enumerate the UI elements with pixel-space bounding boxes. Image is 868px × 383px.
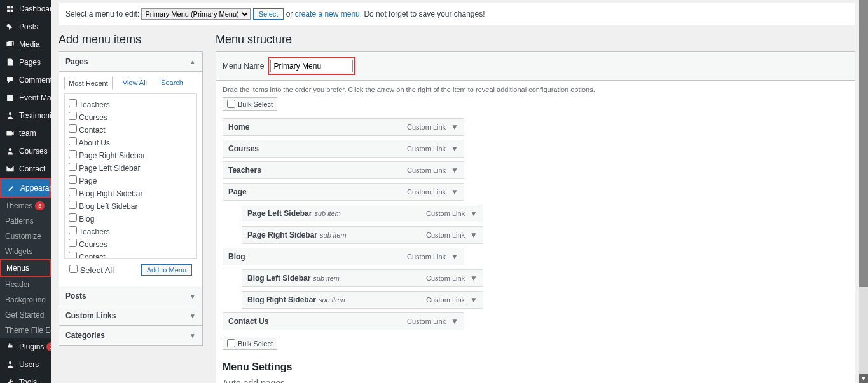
select-all-checkbox[interactable] bbox=[69, 265, 78, 273]
chevron-down-icon[interactable]: ▼ bbox=[470, 274, 478, 283]
page-checkbox[interactable] bbox=[69, 252, 77, 259]
menu-item[interactable]: Blog Right Sidebarsub itemCustom Link▼ bbox=[242, 291, 483, 309]
plug-icon bbox=[5, 342, 15, 352]
chevron-down-icon[interactable]: ▼ bbox=[470, 209, 478, 218]
page-checkbox[interactable] bbox=[69, 124, 77, 133]
create-menu-link[interactable]: create a new menu bbox=[295, 10, 360, 18]
page-checkbox[interactable] bbox=[69, 137, 77, 145]
sidebar-item-get-started[interactable]: Get Started bbox=[0, 307, 51, 323]
custom-links-accordion-head[interactable]: Custom Links▼ bbox=[59, 306, 202, 325]
page-checkbox-item[interactable]: About Us bbox=[69, 136, 193, 149]
menu-item-title: Teachers bbox=[228, 166, 261, 175]
page-checkbox-item[interactable]: Courses bbox=[69, 238, 193, 250]
sidebar-item-plugins[interactable]: Plugins16 bbox=[0, 338, 51, 356]
sidebar-item-widgets[interactable]: Widgets bbox=[0, 244, 51, 259]
page-checkbox[interactable] bbox=[69, 239, 77, 247]
menu-item[interactable]: PageCustom Link▼ bbox=[223, 183, 464, 201]
sidebar-item-courses[interactable]: Courses bbox=[0, 142, 51, 160]
sidebar-item-theme-file-editor[interactable]: Theme File Editor bbox=[0, 323, 51, 338]
menu-item[interactable]: Page Right Sidebarsub itemCustom Link▼ bbox=[242, 226, 483, 244]
menu-item[interactable]: HomeCustom Link▼ bbox=[223, 118, 464, 136]
menu-item-title: Blog Right Sidebar bbox=[247, 295, 316, 304]
page-checkbox[interactable] bbox=[69, 213, 77, 222]
chevron-down-icon[interactable]: ▼ bbox=[470, 295, 478, 304]
scrollbar[interactable]: ▼ bbox=[859, 0, 868, 383]
chevron-down-icon[interactable]: ▼ bbox=[451, 187, 458, 196]
sidebar-item-background[interactable]: Background bbox=[0, 292, 51, 307]
chevron-down-icon[interactable]: ▼ bbox=[451, 166, 458, 175]
sidebar-item-event-manager[interactable]: Event Manager bbox=[0, 89, 51, 107]
add-to-menu-button[interactable]: Add to Menu bbox=[141, 264, 192, 276]
menu-item[interactable]: Blog Left Sidebarsub itemCustom Link▼ bbox=[242, 269, 483, 287]
menu-item-title: Contact Us bbox=[228, 317, 268, 326]
sidebar-item-posts[interactable]: Posts bbox=[0, 18, 51, 36]
menu-item-title: Page Right Sidebar bbox=[247, 231, 317, 239]
page-checkbox[interactable] bbox=[69, 175, 77, 184]
sidebar-item-team[interactable]: team bbox=[0, 124, 51, 142]
select-all-label[interactable]: Select All bbox=[69, 265, 114, 275]
categories-accordion-head[interactable]: Categories▼ bbox=[59, 326, 202, 345]
sidebar-item-menus[interactable]: Menus bbox=[0, 259, 51, 277]
tab-view-all[interactable]: View All bbox=[119, 77, 151, 90]
page-checkbox-item[interactable]: Courses bbox=[69, 111, 193, 123]
sidebar-item-themes[interactable]: Themes5 bbox=[0, 198, 51, 213]
page-checkbox[interactable] bbox=[69, 226, 77, 234]
page-checkbox[interactable] bbox=[69, 99, 77, 107]
label: Posts bbox=[19, 22, 38, 31]
page-checkbox[interactable] bbox=[69, 201, 77, 209]
posts-accordion-head[interactable]: Posts▼ bbox=[59, 286, 202, 306]
chevron-down-icon[interactable]: ▼ bbox=[451, 252, 458, 261]
tab-most-recent[interactable]: Most Recent bbox=[64, 77, 113, 90]
label: Pages bbox=[65, 57, 88, 66]
menu-select[interactable]: Primary Menu (Primary Menu) bbox=[141, 8, 251, 20]
sidebar-item-contact[interactable]: Contact bbox=[0, 160, 51, 178]
chevron-down-icon[interactable]: ▼ bbox=[451, 144, 458, 153]
page-checkbox-item[interactable]: Contact bbox=[69, 123, 193, 136]
sidebar-item-testimonial[interactable]: Testimonial bbox=[0, 107, 51, 124]
menu-item[interactable]: TeachersCustom Link▼ bbox=[223, 161, 464, 179]
sidebar-item-appearance[interactable]: Appearance▸ bbox=[0, 178, 51, 198]
chevron-down-icon[interactable]: ▼ bbox=[451, 317, 458, 326]
tab-search[interactable]: Search bbox=[157, 77, 187, 90]
scroll-down-icon[interactable]: ▼ bbox=[859, 374, 868, 383]
page-checkbox[interactable] bbox=[69, 188, 77, 196]
bulk-select-bottom[interactable]: Bulk Select bbox=[223, 337, 277, 350]
page-checkbox[interactable] bbox=[69, 163, 77, 171]
menu-name-input[interactable] bbox=[270, 60, 353, 72]
page-checkbox-item[interactable]: Page Right Sidebar bbox=[69, 149, 193, 161]
page-checkbox-item[interactable]: Blog bbox=[69, 212, 193, 225]
sidebar-item-comments[interactable]: Comments bbox=[0, 71, 51, 89]
sidebar-item-dashboard[interactable]: Dashboard bbox=[0, 0, 51, 18]
bulk-select-checkbox[interactable] bbox=[227, 339, 235, 347]
sidebar-item-tools[interactable]: Tools bbox=[0, 373, 51, 383]
sidebar-item-users[interactable]: Users bbox=[0, 356, 51, 373]
sidebar-item-header[interactable]: Header bbox=[0, 277, 51, 292]
sidebar-item-media[interactable]: Media bbox=[0, 36, 51, 53]
dashboard-icon bbox=[5, 4, 15, 14]
sidebar-item-pages[interactable]: Pages bbox=[0, 53, 51, 71]
menu-item[interactable]: Contact UsCustom Link▼ bbox=[223, 312, 464, 330]
page-checkbox[interactable] bbox=[69, 112, 77, 120]
page-checkbox-item[interactable]: Blog Right Sidebar bbox=[69, 187, 193, 199]
chevron-down-icon[interactable]: ▼ bbox=[470, 231, 478, 239]
pages-accordion-head[interactable]: Pages▲ bbox=[59, 52, 202, 71]
page-checkbox-item[interactable]: Teachers bbox=[69, 98, 193, 111]
menu-item[interactable]: CoursesCustom Link▼ bbox=[223, 140, 464, 158]
menu-item-type: Custom Link bbox=[407, 253, 446, 260]
sidebar-item-customize[interactable]: Customize bbox=[0, 229, 51, 244]
menu-item[interactable]: Page Left Sidebarsub itemCustom Link▼ bbox=[242, 205, 483, 222]
page-checkbox-item[interactable]: Contact bbox=[69, 250, 193, 259]
page-checkbox[interactable] bbox=[69, 150, 77, 158]
sidebar-item-patterns[interactable]: Patterns bbox=[0, 213, 51, 229]
chevron-down-icon[interactable]: ▼ bbox=[451, 123, 458, 131]
badge: 16 bbox=[46, 342, 51, 351]
menu-item[interactable]: BlogCustom Link▼ bbox=[223, 248, 464, 265]
page-checkbox-item[interactable]: Teachers bbox=[69, 225, 193, 238]
page-checkbox-item[interactable]: Page bbox=[69, 174, 193, 187]
label: Bulk Select bbox=[238, 100, 273, 108]
select-button[interactable]: Select bbox=[253, 8, 284, 20]
bulk-select-top[interactable]: Bulk Select bbox=[223, 97, 277, 111]
bulk-select-checkbox[interactable] bbox=[227, 100, 235, 108]
page-checkbox-item[interactable]: Blog Left Sidebar bbox=[69, 199, 193, 212]
page-checkbox-item[interactable]: Page Left Sidebar bbox=[69, 161, 193, 174]
